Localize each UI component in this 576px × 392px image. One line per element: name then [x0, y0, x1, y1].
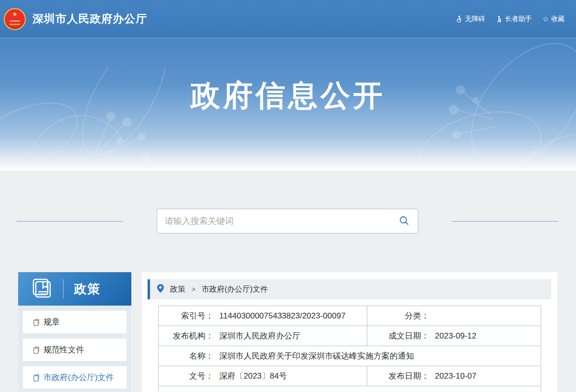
table-row-partial — [159, 386, 541, 392]
top-header-bar: ★ 深圳市人民政府办公厅 无障碍 长者助手 ☆ 收藏 — [0, 0, 576, 38]
table-row: 索引号： 114403000075433823/2023-00097 分类： — [159, 306, 541, 326]
sidebar-item-normative-documents[interactable]: 规范性文件 — [23, 339, 127, 361]
sidebar-item-regulations[interactable]: 规章 — [23, 311, 127, 333]
index-number-label: 索引号： — [159, 310, 213, 321]
favorite-link[interactable]: ☆ 收藏 — [543, 15, 565, 23]
index-number-cell: 索引号： 114403000075433823/2023-00097 — [159, 306, 367, 326]
sidebar-header: 政策 — [18, 272, 131, 306]
policy-sidebar: 政策 规章 规范性文件 市政府(办公厅)文件 — [18, 272, 131, 392]
right-decor-line — [452, 221, 558, 222]
document-detail-panel: 政策 > 市政府(办公厅)文件 索引号： 114403000075433823/… — [142, 272, 557, 392]
national-emblem-logo: ★ — [4, 8, 26, 30]
content-area: 政策 规章 规范性文件 市政府(办公厅)文件 政策 > — [0, 272, 576, 392]
table-row: 文号： 深府〔2023〕84号 发布日期： 2023-10-07 — [159, 366, 541, 386]
top-utility-links: 无障碍 长者助手 ☆ 收藏 — [456, 15, 565, 23]
sidebar-item-label: 规章 — [43, 317, 60, 328]
elder-person-icon — [496, 15, 503, 22]
partial-row-cell — [159, 386, 541, 392]
book-icon — [31, 277, 53, 300]
search-icon — [399, 215, 409, 227]
written-date-cell: 成文日期： 2023-09-12 — [367, 326, 541, 346]
issuing-agency-value: 深圳市人民政府办公厅 — [219, 330, 300, 341]
accessibility-label: 无障碍 — [465, 15, 485, 23]
elder-helper-label: 长者助手 — [505, 15, 532, 23]
publish-date-cell: 发布日期： 2023-10-07 — [367, 366, 541, 386]
breadcrumb-root[interactable]: 政策 — [170, 285, 185, 295]
location-pin-icon — [157, 284, 164, 295]
table-row: 发布机构： 深圳市人民政府办公厅 成文日期： 2023-09-12 — [159, 326, 541, 346]
accessibility-link[interactable]: 无障碍 — [456, 15, 485, 23]
search-section — [0, 170, 576, 233]
publish-date-label: 发布日期： — [367, 371, 429, 381]
issuing-agency-label: 发布机构： — [159, 330, 213, 341]
sidebar-item-label: 市政府(办公厅)文件 — [43, 372, 114, 383]
document-name-label: 名称： — [159, 350, 213, 361]
page-title: 政府信息公开 — [0, 38, 576, 116]
search-box — [157, 209, 418, 233]
page-body: 政策 规章 规范性文件 市政府(办公厅)文件 政策 > — [0, 170, 576, 392]
breadcrumb: 政策 > 市政府(办公厅)文件 — [148, 279, 551, 299]
document-name-value: 深圳市人民政府关于印发深圳市碳达峰实施方案的通知 — [219, 350, 414, 361]
document-metadata-table: 索引号： 114403000075433823/2023-00097 分类： — [158, 306, 541, 392]
sidebar-title: 政策 — [74, 281, 101, 297]
sidebar-item-municipal-government-documents[interactable]: 市政府(办公厅)文件 — [23, 366, 127, 389]
issuing-agency-cell: 发布机构： 深圳市人民政府办公厅 — [159, 326, 367, 346]
document-name-cell: 名称： 深圳市人民政府关于印发深圳市碳达峰实施方案的通知 — [159, 346, 541, 366]
search-button[interactable] — [398, 214, 410, 228]
sidebar-header-divider — [63, 279, 64, 298]
written-date-label: 成文日期： — [367, 330, 429, 341]
emblem-gate-icon — [10, 21, 20, 25]
document-number-value: 深府〔2023〕84号 — [219, 371, 287, 381]
favorite-label: 收藏 — [551, 15, 565, 23]
search-input[interactable] — [165, 216, 398, 226]
site-title: 深圳市人民政府办公厅 — [32, 11, 147, 26]
page-banner: 政府信息公开 — [0, 38, 576, 170]
breadcrumb-current[interactable]: 市政府(办公厅)文件 — [202, 285, 268, 295]
written-date-value: 2023-09-12 — [435, 331, 477, 341]
site-logo-home-link[interactable]: ★ 深圳市人民政府办公厅 — [4, 8, 147, 30]
accessibility-icon — [456, 15, 463, 22]
sidebar-item-label: 规范性文件 — [43, 344, 84, 355]
star-icon: ☆ — [543, 15, 549, 22]
document-number-label: 文号： — [159, 371, 213, 381]
index-number-value: 114403000075433823/2023-00097 — [219, 311, 345, 321]
elder-helper-link[interactable]: 长者助手 — [496, 15, 532, 23]
publish-date-value: 2023-10-07 — [435, 371, 477, 381]
left-decor-line — [17, 221, 123, 222]
document-number-cell: 文号： 深府〔2023〕84号 — [159, 366, 367, 386]
emblem-star-icon: ★ — [12, 11, 18, 17]
category-cell: 分类： — [367, 306, 541, 326]
breadcrumb-separator: > — [192, 286, 195, 293]
category-label: 分类： — [367, 310, 429, 321]
table-row: 名称： 深圳市人民政府关于印发深圳市碳达峰实施方案的通知 — [159, 346, 541, 366]
